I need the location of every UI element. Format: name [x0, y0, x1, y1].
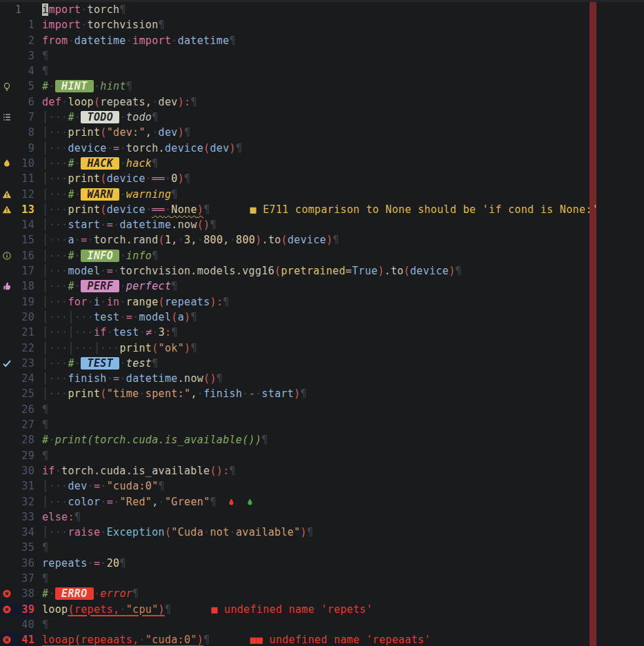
- code-token: │: [42, 342, 48, 354]
- code-text: │···#· PERF ·perfect¶: [34, 279, 178, 294]
- code-line[interactable]: 19│···for·i·in·range(repeats):¶: [0, 294, 644, 310]
- code-line[interactable]: 14│···start·=·datetime.now()¶: [0, 217, 644, 232]
- code-line[interactable]: 36repeats·=·20¶: [0, 556, 644, 571]
- code-text: │···color·=·"Red",·"Green"¶: [34, 494, 254, 509]
- code-text: repeats·=·20¶: [34, 556, 126, 571]
- gutter-sign: [0, 586, 15, 601]
- code-token: start: [261, 387, 294, 400]
- line-number: 16: [15, 248, 34, 263]
- code-line[interactable]: 17│···model·=·torchvision.models.vgg16(p…: [0, 263, 644, 279]
- code-token: ): [159, 603, 165, 616]
- code-line[interactable]: 11│···print(device·══·0)¶: [0, 171, 644, 186]
- code-token: 0: [171, 172, 177, 185]
- code-line[interactable]: 31│···dev·=·"cuda:0"¶: [0, 478, 644, 494]
- code-line[interactable]: 10│···#· HACK ·hack¶: [0, 156, 644, 171]
- code-token: :: [165, 326, 171, 339]
- code-line[interactable]: 32│···color·=·"Red",·"Green"¶: [0, 494, 644, 509]
- code-token: device: [68, 142, 106, 154]
- code-token: device: [288, 234, 326, 246]
- code-line[interactable]: 39loop(repets,·"cpu")¶■ undefined name '…: [0, 602, 644, 617]
- code-line[interactable]: 12│···#· WARN ·warning¶: [0, 187, 644, 202]
- code-text: import·torch¶: [34, 2, 126, 17]
- code-line[interactable]: 21│···│···if·test·≠·3:¶: [0, 325, 644, 340]
- code-line[interactable]: 41looap(repeaats,·"cuda:0")¶■■ undefined…: [0, 632, 644, 646]
- gutter-sign: [0, 171, 15, 186]
- droplet-icon: [246, 497, 254, 507]
- code-line[interactable]: 35¶: [0, 540, 644, 555]
- code-line[interactable]: 8│···print("dev:",·dev)¶: [0, 125, 644, 140]
- code-token: ¶: [159, 480, 165, 492]
- code-line[interactable]: 30if·torch.cuda.is_available():¶: [0, 463, 644, 478]
- code-line[interactable]: 15│···a·=·torch.rand(1,·3,·800,·800).to(…: [0, 232, 644, 248]
- code-token: (: [100, 387, 106, 400]
- line-number: 5: [15, 79, 34, 94]
- code-token: (: [100, 203, 106, 216]
- code-token: ·: [100, 296, 106, 308]
- code-line[interactable]: 5#· HINT ·hint¶: [0, 79, 644, 94]
- code-text: │···│···│···print("ok")¶: [34, 341, 197, 356]
- code-line[interactable]: 25│···print("time·spent:",·finish·-·star…: [0, 386, 644, 401]
- code-token: ¶: [455, 265, 461, 277]
- code-line[interactable]: 38#· ERRO ·error¶: [0, 586, 644, 601]
- gutter-sign: [0, 187, 15, 202]
- code-line[interactable]: 23│···#· TEST ·test¶: [0, 356, 644, 371]
- code-line[interactable]: 13│···print(device·══·None)¶■ E711 compa…: [0, 202, 644, 217]
- code-line[interactable]: 37¶: [0, 571, 644, 586]
- code-token: datetime: [126, 372, 178, 385]
- code-token: torch: [88, 3, 120, 16]
- code-line[interactable]: 27¶: [0, 417, 644, 432]
- line-number: 31: [15, 478, 34, 494]
- code-token: ···: [100, 342, 119, 354]
- code-token: ···: [74, 342, 94, 354]
- code-token: ·: [100, 526, 106, 538]
- code-token: not: [210, 526, 229, 538]
- code-line[interactable]: 9│···device·=·torch.device(dev)¶: [0, 141, 644, 156]
- code-line[interactable]: 24│···finish·=·datetime.now()¶: [0, 371, 644, 386]
- code-token: ·: [178, 234, 184, 246]
- code-token: ·: [48, 434, 54, 446]
- code-line[interactable]: 18│···#· PERF ·perfect¶: [0, 279, 644, 294]
- code-token: in: [107, 296, 120, 308]
- code-token: spent:": [145, 387, 191, 400]
- lightbulb-icon: [2, 82, 12, 92]
- code-line[interactable]: 2from·datetime·import·datetime¶: [0, 33, 644, 48]
- code-token: 3: [159, 326, 165, 339]
- line-number: 4: [15, 63, 34, 79]
- code-line[interactable]: 3¶: [0, 48, 644, 63]
- code-text: ¶: [34, 571, 48, 586]
- code-token: ·: [74, 357, 81, 370]
- code-line[interactable]: 1import·torch¶: [0, 2, 644, 17]
- code-line[interactable]: 29¶: [0, 448, 644, 463]
- code-token: #: [42, 434, 48, 446]
- code-line[interactable]: 22│···│···│···print("ok")¶: [0, 341, 644, 356]
- code-line[interactable]: 6def·loop(repeats,·dev):¶: [0, 94, 644, 110]
- code-token: ¶: [42, 403, 48, 416]
- code-token: dev: [159, 96, 178, 108]
- code-token: finish: [203, 387, 242, 400]
- line-number: 9: [15, 141, 34, 156]
- code-line[interactable]: 16│···#· INFO ·info¶: [0, 248, 644, 263]
- code-token: a: [178, 311, 184, 323]
- code-line[interactable]: 33else:¶: [0, 509, 644, 525]
- code-token: (): [203, 372, 217, 385]
- code-token: ): [294, 387, 300, 400]
- code-line[interactable]: 40¶: [0, 617, 644, 632]
- code-line[interactable]: 26¶: [0, 402, 644, 417]
- code-line[interactable]: 28#·print(torch.cuda.is_available())¶: [0, 432, 644, 447]
- code-token: (: [171, 311, 177, 323]
- code-token: ·: [159, 496, 165, 508]
- code-line[interactable]: 34│···raise·Exception("Cuda·not·availabl…: [0, 525, 644, 540]
- code-token: ¶: [171, 280, 177, 292]
- code-token: torch.: [126, 142, 165, 154]
- code-editor[interactable]: 1import·torch¶1import·torchvision¶2from·…: [0, 0, 644, 646]
- code-line[interactable]: 1import·torchvision¶: [0, 17, 644, 32]
- code-line[interactable]: 4¶: [0, 63, 644, 79]
- code-token: ¶: [152, 111, 158, 123]
- code-token: ·: [74, 280, 81, 292]
- code-token: None: [171, 203, 197, 216]
- code-token: ): [326, 234, 332, 246]
- code-line[interactable]: 7│···#· TODO ·todo¶: [0, 110, 644, 125]
- line-number: 27: [15, 417, 34, 432]
- code-text: │···a·=·torch.rand(1,·3,·800,·800).to(de…: [34, 232, 339, 248]
- code-line[interactable]: 20│···│···test·=·model(a)¶: [0, 310, 644, 325]
